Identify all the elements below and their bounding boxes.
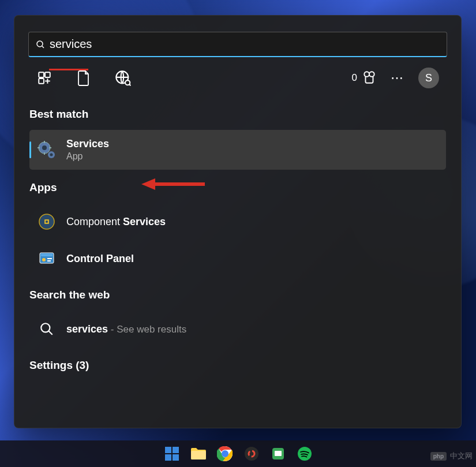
web-filter-icon[interactable] <box>115 70 131 86</box>
app-icon-2[interactable] <box>268 443 288 464</box>
component-services-icon <box>36 211 57 232</box>
start-button[interactable] <box>162 443 182 464</box>
app-result-control-panel[interactable]: Control Panel <box>29 240 446 277</box>
watermark: php 中文网 <box>430 451 473 461</box>
svg-rect-26 <box>47 258 52 259</box>
web-result[interactable]: services - See web results <box>29 311 446 348</box>
svg-point-19 <box>50 153 53 156</box>
search-toolbar: 0 ⋯ S <box>14 57 461 96</box>
control-panel-icon <box>36 248 57 269</box>
section-best-match: Best match <box>29 108 446 121</box>
section-settings: Settings (3) <box>29 359 446 372</box>
svg-rect-43 <box>275 451 282 456</box>
user-avatar[interactable]: S <box>418 68 439 88</box>
file-explorer-icon[interactable] <box>188 443 209 464</box>
taskbar <box>0 440 476 467</box>
svg-line-29 <box>48 331 53 335</box>
svg-rect-35 <box>173 454 179 461</box>
svg-point-0 <box>37 41 43 47</box>
svg-point-13 <box>42 145 47 150</box>
search-icon <box>36 40 45 49</box>
app-result-component-services[interactable]: Component Services <box>29 203 446 240</box>
svg-rect-32 <box>165 447 171 453</box>
svg-point-10 <box>364 72 369 77</box>
svg-point-25 <box>42 258 46 261</box>
result-label: Component Services <box>66 216 166 228</box>
search-result-icon <box>36 319 57 339</box>
result-title: Services <box>66 138 439 150</box>
start-search-panel: 0 ⋯ S Best match Service <box>14 15 462 428</box>
section-apps: Apps <box>29 181 446 194</box>
svg-rect-27 <box>47 260 51 261</box>
svg-rect-34 <box>165 454 171 461</box>
rewards-counter[interactable]: 0 <box>352 70 377 85</box>
more-options-button[interactable]: ⋯ <box>391 70 404 85</box>
search-underline-annotation <box>49 69 88 70</box>
best-match-result[interactable]: Services App <box>29 130 446 170</box>
services-app-icon <box>36 140 57 160</box>
result-label: services - See web results <box>66 323 186 335</box>
svg-point-11 <box>369 72 374 77</box>
svg-line-9 <box>129 84 130 85</box>
svg-rect-36 <box>191 451 206 459</box>
svg-rect-24 <box>41 254 53 256</box>
search-box[interactable] <box>28 32 447 57</box>
svg-rect-4 <box>39 79 44 84</box>
result-label: Control Panel <box>66 253 134 265</box>
result-subtitle: App <box>66 151 439 162</box>
svg-line-1 <box>42 46 44 48</box>
svg-point-22 <box>46 221 48 223</box>
apps-filter-icon[interactable] <box>36 70 53 86</box>
svg-point-28 <box>41 323 50 332</box>
svg-rect-33 <box>173 447 179 453</box>
svg-point-8 <box>125 80 130 85</box>
svg-rect-3 <box>45 72 50 77</box>
app-icon-1[interactable] <box>241 443 262 464</box>
search-input[interactable] <box>50 38 440 51</box>
documents-filter-icon[interactable] <box>76 70 92 86</box>
rewards-count: 0 <box>352 72 357 84</box>
svg-point-40 <box>245 447 258 461</box>
section-web: Search the web <box>29 289 446 301</box>
spotify-icon[interactable] <box>294 443 315 464</box>
svg-rect-2 <box>39 72 44 77</box>
rewards-icon <box>362 70 377 85</box>
chrome-icon[interactable] <box>215 443 235 464</box>
